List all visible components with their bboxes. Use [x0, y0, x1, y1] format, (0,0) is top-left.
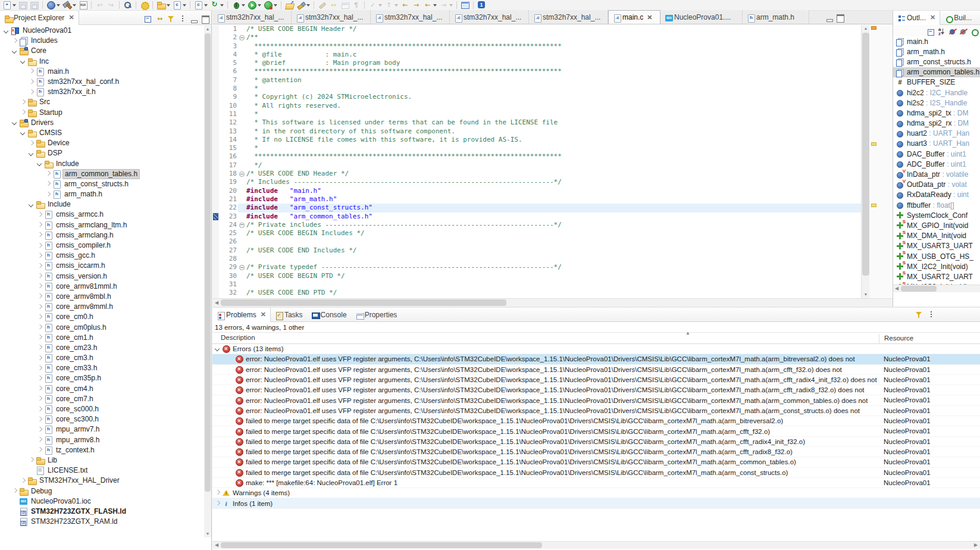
tree-item-core-cm4-h[interactable]: core_cm4.h [0, 384, 205, 394]
expander-closed-icon[interactable] [36, 292, 44, 301]
expander-open-icon[interactable] [27, 201, 36, 209]
tree-item-src[interactable]: Src [0, 97, 205, 107]
edit-pencil-button[interactable] [317, 0, 327, 10]
expander-closed-icon[interactable] [44, 170, 52, 178]
tree-item-include[interactable]: Include [0, 158, 205, 168]
tree-item-license-txt[interactable]: LICENSE.txt [0, 465, 205, 476]
expander-closed-icon[interactable] [36, 354, 44, 362]
column-description[interactable]: Description [221, 334, 255, 341]
expander-closed-icon[interactable] [36, 303, 44, 311]
code-line-12[interactable]: 12 * This software is licensed under ter… [219, 118, 861, 127]
tree-item-core-cm0plus-h[interactable]: core_cm0plus.h [0, 322, 205, 332]
profile-button[interactable] [263, 0, 278, 10]
tree-item-stm32h7xx-it-h[interactable]: stm32h7xx_it.h [0, 87, 205, 97]
collapse-all-button[interactable] [926, 26, 935, 36]
outline-item-dac-buffer[interactable]: DAC_Buffer : uint1 [893, 149, 980, 159]
overview-marker-occurrence[interactable] [871, 142, 876, 146]
expander-closed-icon[interactable] [36, 272, 44, 280]
sort-button[interactable] [937, 26, 945, 36]
filter-button[interactable] [166, 12, 174, 23]
project-explorer-scrollbar[interactable]: ▲ ▼ [204, 26, 211, 538]
tree-item-core-armv8mbl-h[interactable]: core_armv8mbl.h [0, 292, 205, 302]
problems-error-row[interactable]: error: NucleoProva01.elf uses VFP regist… [212, 354, 980, 364]
problems-error-row[interactable]: failed to merge target specific data of … [212, 426, 980, 436]
expander-open-icon[interactable] [214, 345, 222, 353]
tree-item-lib[interactable]: Lib [0, 455, 205, 465]
outline-item-mx-usb-otg-hs-[interactable]: SMX_USB_OTG_HS_ [893, 251, 980, 261]
outline-item-arm-common-tables-h[interactable]: arm_common_tables.h [893, 67, 980, 77]
tree-item-arm-common-tables-h[interactable]: arm_common_tables.h [0, 169, 205, 179]
expander-closed-icon[interactable] [27, 78, 36, 86]
dropdown-caret-icon[interactable] [183, 4, 186, 7]
fold-marker-icon[interactable] [238, 33, 246, 42]
view-menu-icon[interactable] [926, 310, 934, 317]
outline-item-mx-i2c2-init-void-[interactable]: SMX_I2C2_Init(void) [893, 261, 980, 271]
hide-non-public-members-button[interactable] [969, 26, 978, 36]
outline-item-hdma-spi2-rx[interactable]: hdma_spi2_rx : DM [893, 118, 980, 129]
editor-tab-stm32h7xx-hal-[interactable]: stm32h7xx_hal_... [292, 10, 371, 24]
expander-closed-icon[interactable] [36, 333, 44, 342]
outline-item-mx-gpio-init-void[interactable]: SMX_GPIO_Init(void [893, 220, 980, 230]
code-line-14[interactable]: 14 * If no LICENSE file comes with this … [219, 136, 861, 144]
outline-item-fftbuffer[interactable]: fftbuffer : float[] [893, 200, 980, 210]
outline-item-hi2s2[interactable]: hi2s2 : I2S_Handle [893, 98, 980, 108]
tab-buil-[interactable]: Buil... [940, 11, 976, 25]
outline-item-adc-buffer[interactable]: ADC_Buffer : uint1 [893, 159, 980, 169]
tree-item-core-armv8mml-h[interactable]: core_armv8mml.h [0, 302, 205, 312]
expander-closed-icon[interactable] [36, 426, 44, 434]
device-configuration-button[interactable] [46, 0, 61, 10]
editor-tab-arm-math-h[interactable]: arm_math.h [743, 10, 809, 24]
expander-closed-icon[interactable] [36, 343, 44, 352]
outline-item-huart2[interactable]: huart2 : UART_Han [893, 129, 980, 139]
editor-tab-stm32h7xx-hal-[interactable]: stm32h7xx_hal_... [529, 10, 608, 24]
expander-closed-icon[interactable] [11, 37, 19, 45]
new-c-project-button[interactable] [156, 0, 171, 10]
tree-item-mpu-armv8-h[interactable]: mpu_armv8.h [0, 435, 205, 445]
tree-item-startup[interactable]: Startup [0, 108, 205, 118]
expander-closed-icon[interactable] [36, 211, 44, 219]
scrollbar-thumb[interactable] [862, 33, 869, 276]
code-line-18[interactable]: 18/* USER CODE END Header */ [219, 170, 861, 178]
expander-open-icon[interactable] [2, 27, 11, 35]
code-text-area[interactable]: 1/* USER CODE BEGIN Header */2/**3 *****… [219, 25, 861, 298]
binary-view-button[interactable] [78, 0, 88, 10]
link-with-editor-button[interactable] [155, 12, 163, 23]
expander-open-icon[interactable] [11, 118, 19, 127]
problems-error-row[interactable]: error: NucleoProva01.elf uses VFP regist… [212, 375, 980, 385]
tree-item-nucleoprova01-ioc[interactable]: NucleoProva01.ioc [0, 496, 205, 507]
tree-item-stm32h7xx-hal-driver[interactable]: STM32H7xx_HAL_Driver [0, 476, 205, 486]
dropdown-caret-icon[interactable] [258, 4, 261, 7]
fold-marker-icon[interactable] [238, 263, 246, 271]
save-all-button[interactable] [29, 0, 39, 10]
code-line-19[interactable]: 19/* Includes --------------------------… [219, 178, 861, 186]
code-line-13[interactable]: 13 * in the root directory of this softw… [219, 127, 861, 136]
format-brush-button[interactable] [296, 0, 311, 10]
dropdown-caret-icon[interactable] [57, 4, 60, 7]
tab-problems[interactable]: Problems✕ [212, 308, 271, 322]
scroll-right-icon[interactable]: ▶ [972, 542, 979, 549]
show-whitespace-button[interactable] [351, 0, 361, 10]
code-line-16[interactable]: 16 *************************************… [219, 152, 861, 161]
close-icon[interactable]: ✕ [930, 14, 935, 21]
expander-closed-icon[interactable] [36, 436, 44, 444]
code-line-22[interactable]: 22#include "arm_const_structs.h" [219, 204, 861, 212]
scroll-down-icon[interactable]: ▼ [204, 530, 211, 538]
tree-item-cmsis[interactable]: CMSIS [0, 128, 205, 138]
open-element-button[interactable] [284, 0, 295, 10]
tree-item-core-cm33-h[interactable]: core_cm33.h [0, 363, 205, 373]
tree-item-main-h[interactable]: main.h [0, 67, 205, 77]
code-editor[interactable]: 1/* USER CODE BEGIN Header */2/**3 *****… [212, 25, 893, 298]
expander-closed-icon[interactable] [19, 108, 27, 117]
tree-item-core-cm35p-h[interactable]: core_cm35p.h [0, 373, 205, 383]
dropdown-caret-icon[interactable] [378, 4, 382, 7]
tree-item-drivers[interactable]: Drivers [0, 118, 205, 128]
hide-fields-button[interactable] [948, 26, 956, 36]
dropdown-caret-icon[interactable] [274, 4, 277, 7]
code-line-3[interactable]: 3 **************************************… [219, 42, 861, 51]
expander-closed-icon[interactable] [36, 282, 44, 290]
tree-item-cmsis-version-h[interactable]: cmsis_version.h [0, 271, 205, 282]
tree-item-core-sc000-h[interactable]: core_sc000.h [0, 404, 205, 414]
expander-closed-icon[interactable] [19, 477, 27, 485]
outline-horizontal-scrollbar[interactable]: ◀ [893, 285, 980, 292]
editor-tab-stm32h7xx-hal-[interactable]: stm32h7xx_hal_... [450, 10, 529, 24]
